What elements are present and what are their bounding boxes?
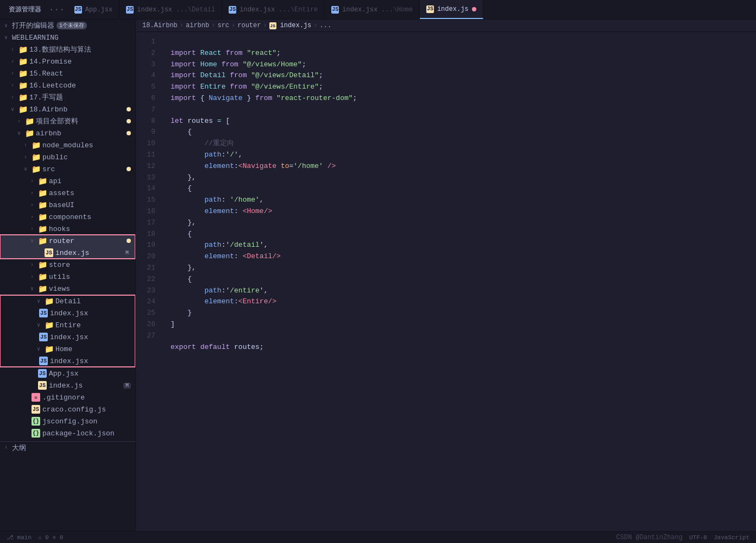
sidebar-item-src[interactable]: ∨ 📁 src <box>0 163 135 175</box>
json-file-icon: {} <box>32 417 40 426</box>
sidebar-item-node-modules[interactable]: › 📁 node_modules <box>0 139 135 151</box>
folder-icon: 📁 <box>32 141 40 149</box>
code-editor[interactable]: 12345 678910 1112131415 1617181920 21222… <box>136 32 756 531</box>
json-file-icon: {} <box>32 429 40 438</box>
sidebar-item-airbnb[interactable]: ∨ 📁 airbnb <box>0 127 135 139</box>
sidebar-item-hooks[interactable]: › 📁 hooks <box>0 223 135 235</box>
sidebar-item-assets[interactable]: › 📁 assets <box>0 187 135 199</box>
sidebar-item-home-folder[interactable]: ∨ 📁 Home <box>0 343 135 355</box>
sidebar-item-15[interactable]: › 📁 15.React <box>0 67 135 79</box>
sidebar-item-utils[interactable]: › 📁 utils <box>0 271 135 283</box>
sidebar-item-weblearning[interactable]: ∨ WEBLEARNING <box>0 32 135 43</box>
tab-index-entire[interactable]: JS index.jsx ...\Entire <box>222 0 325 19</box>
sidebar: ∨ 打开的编辑器 1个未保存 ∨ WEBLEARNING › 📁 13.数据结构… <box>0 20 136 531</box>
folder-icon: 📁 <box>38 201 47 209</box>
tab-index-home[interactable]: JS index.jsx ...\Home <box>325 0 420 19</box>
sidebar-item-app-index-js[interactable]: › JS index.js M <box>0 379 135 391</box>
folder-icon: 📁 <box>45 297 53 305</box>
status-left: ⎇ main ⚠ 0 ✕ 0 <box>7 534 63 541</box>
breadcrumb: 18.Airbnb › airbnb › src › router › JS i… <box>136 20 756 32</box>
tabs-area: JS App.jsx JS index.jsx ...\Detail JS in… <box>68 0 752 19</box>
sidebar-item-index-js[interactable]: › JS index.js M <box>0 247 135 259</box>
chevron-icon: ∨ <box>24 166 30 172</box>
code-lines: import React from "react"; import Home f… <box>162 32 756 531</box>
item-label: 13.数据结构与算法 <box>29 45 91 54</box>
chevron-icon: ∨ <box>4 22 11 29</box>
tab-label: App.jsx <box>85 6 112 14</box>
tab-index-js[interactable]: JS index.js <box>420 0 483 19</box>
item-label: Entire <box>55 321 81 329</box>
sidebar-item-home-index[interactable]: JS index.jsx <box>0 355 135 367</box>
item-label: package-lock.json <box>42 429 115 438</box>
sidebar-item-router[interactable]: ∨ 📁 router <box>0 235 135 247</box>
item-label: src <box>42 165 55 173</box>
breadcrumb-ellipsis: ... <box>319 22 331 29</box>
js-file-icon: JS <box>38 381 47 390</box>
tab-app-jsx[interactable]: JS App.jsx <box>68 0 119 19</box>
jsx-icon: JS <box>126 6 134 14</box>
status-language: JavaScript <box>714 534 749 541</box>
chevron-icon: ∨ <box>30 285 37 292</box>
item-label: store <box>49 261 70 269</box>
chevron-icon: › <box>11 59 17 65</box>
more-options-button[interactable]: ··· <box>46 5 68 15</box>
sidebar-item-baseUI[interactable]: › 📁 baseUI <box>0 199 135 211</box>
folder-icon: 📁 <box>18 69 27 78</box>
item-label: index.js <box>55 249 89 257</box>
watermark: CSDN @DantinZhang <box>616 534 683 541</box>
folder-icon: 📁 <box>38 189 47 197</box>
item-label: baseUI <box>49 201 74 209</box>
folder-icon: 📁 <box>18 93 27 102</box>
folder-icon: 📁 <box>38 236 47 245</box>
item-label: 16.Leetcode <box>29 82 76 90</box>
js-icon: JS <box>269 22 276 29</box>
tab-index-detail[interactable]: JS index.jsx ...\Detail <box>119 0 222 19</box>
sidebar-item-store[interactable]: › 📁 store <box>0 259 135 271</box>
status-right: CSDN @DantinZhang UTF-8 JavaScript <box>616 534 749 541</box>
sidebar-item-jsconfig[interactable]: › {} jsconfig.json <box>0 415 135 427</box>
sidebar-item-craco[interactable]: › JS craco.config.js <box>0 403 135 415</box>
chevron-icon: ∨ <box>37 346 43 352</box>
tab-label: index.js <box>437 5 469 13</box>
item-label: public <box>42 153 68 161</box>
sidebar-item-13[interactable]: › 📁 13.数据结构与算法 <box>0 43 135 55</box>
sidebar-item-14[interactable]: › 📁 14.Promise <box>0 55 135 67</box>
tab-label: index.jsx ...\Entire <box>240 6 318 14</box>
item-label: jsconfig.json <box>42 417 97 426</box>
sidebar-item-16[interactable]: › 📁 16.Leetcode <box>0 79 135 91</box>
sidebar-item-components[interactable]: › 📁 components <box>0 211 135 223</box>
open-editors-section[interactable]: ∨ 打开的编辑器 1个未保存 <box>0 20 135 32</box>
js-icon: JS <box>426 5 434 13</box>
sidebar-item-detail-folder[interactable]: ∨ 📁 Detail <box>0 295 135 307</box>
item-label: hooks <box>49 225 70 233</box>
sidebar-item-entire-index[interactable]: JS index.jsx <box>0 331 135 343</box>
folder-icon: 📁 <box>32 165 40 173</box>
sidebar-item-detail-index[interactable]: JS index.jsx <box>0 307 135 319</box>
sidebar-item-public[interactable]: › 📁 public <box>0 151 135 163</box>
item-label: components <box>49 213 91 221</box>
js-file-icon: JS <box>45 248 53 257</box>
sidebar-item-views[interactable]: ∨ 📁 views <box>0 283 135 295</box>
sidebar-item-entire-folder[interactable]: ∨ 📁 Entire <box>0 319 135 331</box>
item-label: assets <box>49 189 74 197</box>
sidebar-item-project[interactable]: › 📁 项目全部资料 <box>0 115 135 127</box>
sidebar-item-app-jsx[interactable]: › JS App.jsx <box>0 367 135 379</box>
item-label: Detail <box>55 297 81 305</box>
folder-icon: 📁 <box>45 321 53 329</box>
sidebar-item-18-airbnb[interactable]: ∨ 📁 18.Airbnb <box>0 103 135 115</box>
modified-dot <box>472 7 476 11</box>
chevron-icon: ∨ <box>30 238 37 244</box>
sidebar-item-api[interactable]: › 📁 api <box>0 175 135 187</box>
status-errors: ⚠ 0 ✕ 0 <box>38 534 63 541</box>
chevron-icon: › <box>24 154 30 160</box>
item-label: App.jsx <box>49 370 79 378</box>
chevron-icon: › <box>30 202 37 208</box>
folder-icon: 📁 <box>25 129 34 138</box>
sidebar-item-package-lock[interactable]: › {} package-lock.json <box>0 427 135 439</box>
sidebar-item-outline[interactable]: › 大纲 <box>0 441 135 453</box>
item-label: 项目全部资料 <box>36 116 78 126</box>
folder-icon: 📁 <box>38 213 47 221</box>
sidebar-section-label: WEBLEARNING <box>12 34 59 42</box>
sidebar-item-17[interactable]: › 📁 17.手写题 <box>0 91 135 103</box>
sidebar-item-gitignore[interactable]: › ⚙ .gitignore <box>0 391 135 403</box>
